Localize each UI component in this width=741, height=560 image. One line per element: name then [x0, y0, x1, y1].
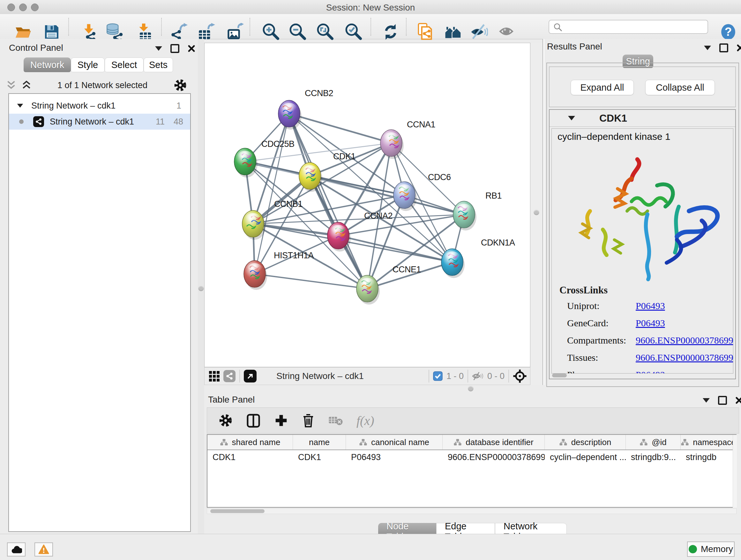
delete-trash-icon[interactable] [301, 413, 315, 428]
zoom-selected-button[interactable] [344, 22, 363, 42]
panel-menu-caret-icon[interactable] [703, 398, 710, 402]
cloud-status-button[interactable] [7, 543, 25, 557]
table-vertical-scrollbar[interactable] [733, 435, 737, 508]
tab-style[interactable]: Style [71, 57, 105, 72]
column-header[interactable]: database identifier [443, 435, 545, 449]
export-network-button[interactable] [169, 22, 188, 42]
network-collection-row[interactable]: String Network – cdk1 1 [9, 98, 190, 114]
cell-description[interactable]: cyclin–dependent ... [545, 452, 626, 462]
network-view-icon[interactable] [223, 370, 235, 382]
splitter-handle[interactable] [534, 209, 539, 215]
float-panel-icon[interactable] [719, 44, 728, 52]
warnings-button[interactable] [35, 543, 53, 557]
show-hidden-button[interactable] [498, 22, 517, 42]
detach-view-icon[interactable] [244, 370, 257, 382]
crosslink-link[interactable]: P06493 [636, 300, 665, 311]
zoom-out-button[interactable] [288, 22, 307, 42]
export-image-button[interactable] [225, 22, 245, 42]
splitter-handle[interactable] [198, 286, 204, 291]
gene-section-header[interactable]: CDK1 [549, 110, 735, 127]
help-button[interactable]: ? [719, 22, 738, 42]
expand-all-button[interactable]: Expand All [570, 80, 634, 95]
cell-shared-name[interactable]: CDK1 [207, 452, 293, 462]
close-panel-icon[interactable] [188, 45, 195, 52]
crosslink-link[interactable]: 9606.ENSP00000378699 [636, 352, 733, 363]
function-builder-button[interactable]: f(x) [356, 413, 374, 428]
scrollbar-thumb[interactable] [210, 509, 265, 513]
zoom-fit-button[interactable] [315, 22, 334, 42]
column-header[interactable]: shared name [207, 435, 293, 449]
clone-network-button[interactable] [416, 22, 435, 42]
column-header[interactable]: canonical name [346, 435, 443, 449]
collapse-all-button[interactable]: Collapse All [645, 80, 715, 95]
gear-icon[interactable] [219, 414, 232, 428]
add-icon[interactable] [274, 414, 288, 428]
section-collapse-caret-icon[interactable] [568, 116, 575, 120]
crosslink-link[interactable]: 9606.ENSP00000378699 [636, 335, 733, 346]
network-node-CDC6[interactable]: CDC6 [394, 172, 451, 211]
table-horizontal-scrollbar[interactable] [207, 508, 737, 514]
expand-all-icon[interactable] [22, 80, 31, 91]
tab-sets[interactable]: Sets [144, 57, 173, 72]
import-network-file-button[interactable] [79, 22, 98, 42]
float-panel-icon[interactable] [171, 44, 179, 53]
delete-table-icon[interactable] [328, 415, 343, 426]
selected-checkbox-icon[interactable] [433, 371, 443, 381]
splitter-handle[interactable] [468, 386, 474, 391]
search-field[interactable] [549, 20, 708, 34]
cell-canonical-name[interactable]: P06493 [346, 452, 443, 462]
column-header[interactable]: namespace [681, 435, 736, 449]
search-input[interactable] [549, 20, 708, 34]
network-edge[interactable] [338, 236, 452, 262]
memory-button[interactable]: Memory [687, 542, 735, 557]
network-node-RB1[interactable]: RB1 [453, 191, 502, 231]
zoom-in-button[interactable] [261, 22, 280, 42]
tree-expand-caret-icon[interactable] [17, 104, 23, 108]
tab-select[interactable]: Select [105, 57, 144, 72]
left-splitter[interactable] [198, 39, 204, 534]
network-edge[interactable] [289, 114, 391, 143]
close-panel-icon[interactable] [737, 44, 741, 52]
grid-view-icon[interactable] [209, 371, 219, 381]
network-node-CCNA1[interactable]: CCNA1 [381, 120, 435, 159]
close-panel-icon[interactable] [735, 396, 741, 404]
network-node-CDKN1A[interactable]: CDKN1A [441, 238, 515, 278]
open-session-button[interactable] [13, 22, 32, 42]
panel-menu-caret-icon[interactable] [704, 46, 711, 50]
cell-namespace[interactable]: stringdb [681, 452, 736, 462]
horizontal-scrollbar-thumb[interactable] [552, 374, 567, 377]
float-panel-icon[interactable] [718, 396, 727, 405]
network-row-selected[interactable]: String Network – cdk1 11 48 [9, 114, 190, 130]
table-row[interactable]: CDK1 CDK1 P06493 9606.ENSP00000378699 cy… [207, 450, 736, 464]
network-edge[interactable] [255, 114, 289, 274]
crosslink-row: GeneCard: P06493 [559, 318, 733, 335]
show-column-icon[interactable] [246, 413, 261, 428]
column-header[interactable]: @id [626, 435, 681, 449]
right-splitter[interactable] [530, 43, 542, 385]
import-table-file-button[interactable] [135, 22, 154, 42]
gear-icon[interactable] [174, 78, 187, 92]
panel-menu-caret-icon[interactable] [155, 46, 162, 51]
collapse-all-icon[interactable] [6, 80, 16, 91]
hidden-eye-icon[interactable] [472, 371, 484, 381]
export-table-button[interactable] [197, 22, 216, 42]
refresh-network-button[interactable] [381, 22, 400, 42]
network-svg[interactable]: CCNB2 CCNA1 CDC25B CDK1 CDC6 R [205, 43, 530, 367]
crosslink-link[interactable]: P06493 [636, 318, 665, 328]
column-header[interactable]: description [545, 435, 626, 449]
birds-eye-crosshair-icon[interactable] [513, 369, 527, 383]
column-header[interactable]: name [293, 435, 346, 449]
save-session-button[interactable] [42, 22, 61, 42]
cell-name[interactable]: CDK1 [293, 452, 346, 462]
cell-id[interactable]: stringdb:9... [626, 452, 681, 462]
hide-selected-button[interactable] [469, 22, 488, 42]
crosslink-link[interactable]: P06493 [636, 369, 665, 374]
network-node-CCNE1[interactable]: CCNE1 [356, 265, 421, 305]
node-label: HIST1H1A [274, 251, 314, 260]
network-edge[interactable] [255, 274, 367, 289]
cell-database-identifier[interactable]: 9606.ENSP00000378699 [443, 452, 545, 462]
first-neighbors-button[interactable] [444, 22, 463, 42]
tab-network[interactable]: Network [23, 57, 71, 72]
network-canvas[interactable]: CCNB2 CCNA1 CDC25B CDK1 CDC6 R [204, 43, 530, 367]
import-network-database-button[interactable] [105, 22, 124, 42]
